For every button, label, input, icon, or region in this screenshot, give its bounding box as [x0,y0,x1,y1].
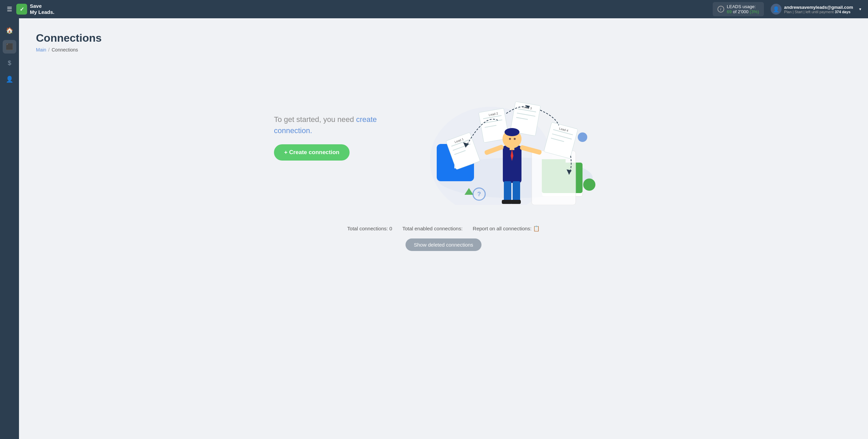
total-enabled-connections: Total enabled connections: [402,226,463,231]
svg-rect-7 [532,151,576,205]
main-content: Connections Main / Connections To get st… [19,18,868,439]
sidebar-item-billing[interactable]: $ [3,56,16,70]
svg-rect-40 [502,200,512,204]
report-on-all: Report on all connections: 📋 [473,225,540,232]
footer-stats: Total connections: 0 Total enabled conne… [36,225,851,232]
sidebar-item-connections[interactable]: ⬛ [3,40,16,54]
leads-usage-text: LEADS usage: 69 of 2'000 (3%) [727,4,759,14]
total-connections-label: Total connections: 0 [347,226,392,231]
svg-point-45 [583,179,595,191]
svg-rect-41 [511,200,521,204]
hero-illustration: f Lead 1 [416,69,613,205]
main-layout: 🏠 ⬛ $ 👤 Connections Main / Connections T… [0,18,868,439]
hero-left: To get started, you need create connecti… [274,114,403,161]
sidebar-item-profile[interactable]: 👤 [3,72,16,86]
topnav-center: i LEADS usage: 69 of 2'000 (3%) [713,2,764,16]
hero-text: To get started, you need create connecti… [274,114,403,136]
svg-point-33 [505,128,519,136]
chevron-down-icon[interactable]: ▾ [859,7,861,12]
leads-usage-box: i LEADS usage: 69 of 2'000 (3%) [713,2,764,16]
svg-point-35 [514,138,516,140]
sidebar-item-home[interactable]: 🏠 [3,24,16,37]
topnav-left: ☰ ✓ Save My Leads. [7,3,713,15]
logo-text: Save My Leads. [30,3,55,15]
create-connection-button[interactable]: + Create connection [274,144,350,161]
user-plan: Plan | Start | left until payment 374 da… [784,10,853,14]
svg-point-44 [578,132,587,142]
logo-icon: ✓ [16,4,27,15]
hero-section: To get started, you need create connecti… [36,66,851,208]
user-email: andrewsavemyleads@gmail.com [784,5,853,10]
show-deleted-button[interactable]: Show deleted connections [406,238,481,251]
user-info[interactable]: 👤 andrewsavemyleads@gmail.com Plan | Sta… [771,4,853,15]
sidebar: 🏠 ⬛ $ 👤 [0,18,19,439]
topnav-right: 👤 andrewsavemyleads@gmail.com Plan | Sta… [771,4,861,15]
breadcrumb: Main / Connections [36,47,851,53]
user-details: andrewsavemyleads@gmail.com Plan | Start… [784,5,853,14]
show-deleted-section: Show deleted connections [36,238,851,251]
top-navigation: ☰ ✓ Save My Leads. i LEADS usage: 69 of … [0,0,868,18]
breadcrumb-current: Connections [52,47,78,53]
user-avatar: 👤 [771,4,782,15]
illustration-svg: f Lead 1 [416,69,613,205]
logo-container: ✓ Save My Leads. [16,3,55,15]
svg-rect-38 [504,181,511,202]
total-connections-value: 0 [389,226,392,231]
info-icon: i [717,6,724,13]
breadcrumb-separator: / [48,47,50,53]
hamburger-icon[interactable]: ☰ [7,5,12,13]
svg-point-34 [509,138,511,140]
report-icon[interactable]: 📋 [533,226,540,231]
page-title: Connections [36,32,851,44]
svg-rect-39 [513,181,520,202]
svg-text:?: ? [477,191,481,197]
breadcrumb-main-link[interactable]: Main [36,47,46,53]
